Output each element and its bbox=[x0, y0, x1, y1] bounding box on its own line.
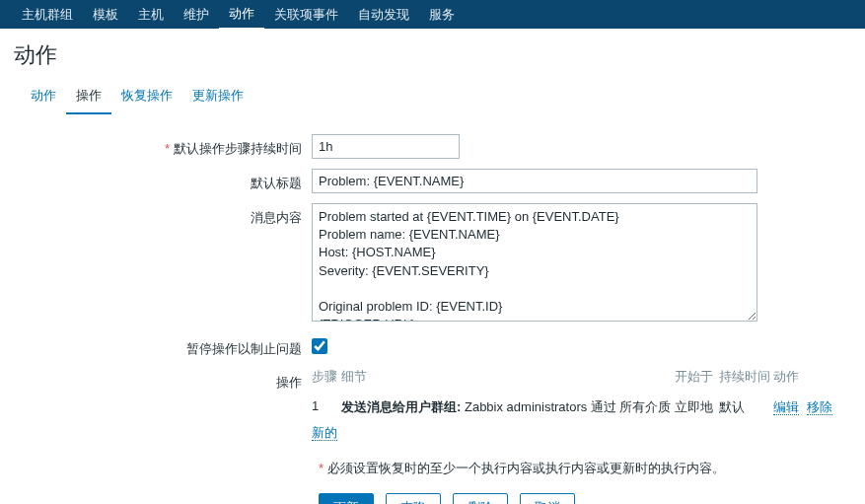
message-textarea[interactable] bbox=[312, 203, 757, 322]
tab-update[interactable]: 更新操作 bbox=[182, 81, 253, 114]
top-nav: 主机群组 模板 主机 维护 动作 关联项事件 自动发现 服务 bbox=[0, 0, 865, 29]
message-label: 消息内容 bbox=[21, 203, 312, 227]
subject-label: 默认标题 bbox=[21, 169, 312, 192]
tab-action[interactable]: 动作 bbox=[21, 81, 66, 114]
remove-link[interactable]: 移除 bbox=[807, 399, 832, 415]
pause-label: 暂停操作以制止问题 bbox=[21, 334, 312, 358]
required-note: *必须设置恢复时的至少一个执行内容或执行内容或更新时的执行内容。 bbox=[11, 452, 854, 485]
nav-maintenance[interactable]: 维护 bbox=[174, 0, 219, 31]
operations-label: 操作 bbox=[21, 368, 312, 392]
nav-discovery[interactable]: 自动发现 bbox=[348, 0, 419, 31]
ops-action-links: 编辑 移除 bbox=[773, 398, 832, 416]
clone-button[interactable]: 克隆 bbox=[386, 493, 441, 504]
duration-label: *默认操作步骤持续时间 bbox=[21, 134, 312, 158]
ops-col-start: 开始于 bbox=[675, 368, 719, 386]
pause-checkbox[interactable] bbox=[312, 338, 327, 354]
ops-start-value: 立即地 bbox=[675, 398, 719, 416]
ops-col-duration: 持续时间 bbox=[719, 368, 773, 386]
new-operation-link[interactable]: 新的 bbox=[312, 425, 337, 441]
update-button[interactable]: 更新 bbox=[319, 493, 374, 504]
operations-table: 步骤 细节 开始于 持续时间 动作 1 发送消息给用户群组: Zabbix ad… bbox=[312, 368, 832, 442]
nav-hosts[interactable]: 主机 bbox=[128, 0, 174, 31]
cancel-button[interactable]: 取消 bbox=[520, 493, 575, 504]
nav-correlation[interactable]: 关联项事件 bbox=[264, 0, 348, 31]
page-title: 动作 bbox=[0, 29, 865, 80]
button-bar: 更新 克隆 删除 取消 bbox=[11, 485, 854, 504]
duration-input[interactable] bbox=[312, 134, 460, 159]
subject-input[interactable] bbox=[312, 169, 757, 193]
nav-templates[interactable]: 模板 bbox=[83, 0, 128, 31]
tab-recovery[interactable]: 恢复操作 bbox=[111, 81, 182, 114]
ops-col-action: 动作 bbox=[773, 368, 832, 386]
tab-operations[interactable]: 操作 bbox=[66, 81, 111, 114]
nav-hostgroups[interactable]: 主机群组 bbox=[12, 0, 83, 31]
ops-step-value: 1 bbox=[312, 398, 341, 413]
ops-header-row: 步骤 细节 开始于 持续时间 动作 bbox=[312, 368, 832, 393]
tabs: 动作 操作 恢复操作 更新操作 bbox=[11, 81, 854, 114]
content-area: 动作 操作 恢复操作 更新操作 *默认操作步骤持续时间 默认标题 消息内容 暂停… bbox=[10, 80, 855, 504]
ops-row: 1 发送消息给用户群组: Zabbix administrators 通过 所有… bbox=[312, 393, 832, 420]
ops-col-detail: 细节 bbox=[341, 368, 675, 386]
ops-detail-value: 发送消息给用户群组: Zabbix administrators 通过 所有介质 bbox=[341, 398, 675, 416]
nav-actions[interactable]: 动作 bbox=[219, 0, 264, 31]
delete-button[interactable]: 删除 bbox=[453, 493, 508, 504]
nav-services[interactable]: 服务 bbox=[419, 0, 465, 31]
ops-duration-value: 默认 bbox=[719, 398, 773, 416]
edit-link[interactable]: 编辑 bbox=[773, 399, 799, 415]
ops-col-step: 步骤 bbox=[312, 368, 341, 386]
